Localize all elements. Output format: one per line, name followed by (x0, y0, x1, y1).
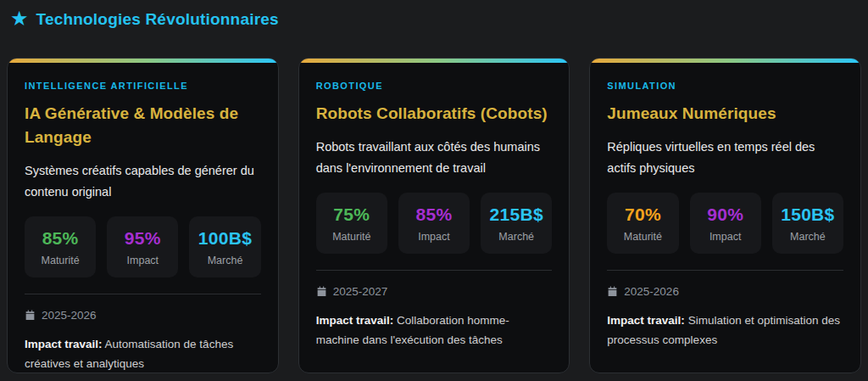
calendar-icon (316, 286, 327, 297)
stat-maturite: 75% Maturité (316, 193, 387, 254)
stats-row: 85% Maturité 95% Impact 100B$ Marché (25, 216, 261, 277)
stat-value: 75% (321, 205, 382, 225)
stat-value: 70% (612, 205, 673, 225)
impact-label: Impact travail: (316, 314, 394, 327)
impact-row: Impact travail: Simulation et optimisati… (607, 311, 843, 350)
calendar-icon (607, 286, 618, 297)
card-simulation: SIMULATION Jumeaux Numériques Répliques … (589, 58, 861, 373)
cards-grid: INTELLIGENCE ARTIFICIELLE IA Générative … (7, 58, 861, 373)
period-row: 2025-2026 (25, 309, 261, 322)
impact-label: Impact travail: (607, 314, 685, 327)
impact-label: Impact travail: (25, 338, 103, 350)
period-row: 2025-2026 (607, 285, 843, 298)
stat-value: 85% (30, 228, 91, 249)
card-category: ROBOTIQUE (316, 81, 553, 91)
card-category: INTELLIGENCE ARTIFICIELLE (25, 81, 261, 91)
divider (25, 294, 261, 294)
period-text: 2025-2027 (333, 285, 388, 298)
page-title: Technologies Révolutionnaires (36, 10, 279, 29)
card-description: Systèmes créatifs capables de générer du… (25, 160, 261, 203)
stat-value: 95% (112, 228, 173, 249)
card-intelligence-artificielle: INTELLIGENCE ARTIFICIELLE IA Générative … (7, 58, 279, 373)
stat-value: 90% (695, 205, 756, 225)
stat-maturite: 70% Maturité (607, 193, 678, 254)
stat-marche: 150B$ Marché (772, 193, 843, 254)
stat-label: Maturité (321, 231, 382, 243)
card-description: Répliques virtuelles en temps réel des a… (607, 137, 843, 179)
card-title: Robots Collaboratifs (Cobots) (316, 102, 553, 126)
stat-label: Impact (403, 231, 465, 243)
stat-label: Marché (486, 231, 547, 243)
impact-row: Impact travail: Automatisation de tâches… (25, 334, 261, 373)
stat-maturite: 85% Maturité (25, 216, 96, 277)
stat-impact: 85% Impact (398, 193, 470, 254)
card-title: IA Générative & Modèles de Langage (25, 102, 261, 149)
card-description: Robots travaillant aux côtés des humains… (316, 137, 553, 179)
divider (316, 270, 553, 271)
stat-value: 150B$ (777, 205, 838, 225)
star-icon: ★ (10, 8, 29, 29)
stat-label: Marché (777, 231, 838, 243)
page-header: ★ Technologies Révolutionnaires (7, 5, 861, 32)
stat-label: Maturité (612, 231, 673, 243)
stat-marche: 100B$ Marché (189, 216, 260, 277)
calendar-icon (25, 310, 36, 321)
card-gradient-bar (590, 59, 860, 63)
stat-value: 100B$ (194, 228, 255, 249)
period-row: 2025-2027 (316, 285, 553, 298)
period-text: 2025-2026 (42, 309, 97, 322)
stat-label: Impact (695, 231, 756, 243)
impact-row: Impact travail: Collaboration homme-mach… (316, 311, 553, 350)
period-text: 2025-2026 (624, 285, 679, 298)
stats-row: 70% Maturité 90% Impact 150B$ Marché (607, 193, 843, 254)
stat-value: 85% (403, 205, 465, 225)
card-title: Jumeaux Numériques (607, 102, 843, 126)
stat-value: 215B$ (486, 205, 547, 225)
stat-label: Maturité (30, 255, 91, 266)
card-gradient-bar (8, 59, 278, 63)
card-gradient-bar (299, 59, 570, 63)
card-robotique: ROBOTIQUE Robots Collaboratifs (Cobots) … (298, 58, 570, 373)
stat-impact: 90% Impact (690, 193, 761, 254)
divider (607, 270, 843, 271)
stats-row: 75% Maturité 85% Impact 215B$ Marché (316, 193, 553, 254)
stat-label: Impact (112, 255, 173, 266)
stat-label: Marché (194, 255, 255, 266)
card-category: SIMULATION (607, 81, 843, 91)
stat-marche: 215B$ Marché (481, 193, 552, 254)
stat-impact: 95% Impact (107, 216, 178, 277)
